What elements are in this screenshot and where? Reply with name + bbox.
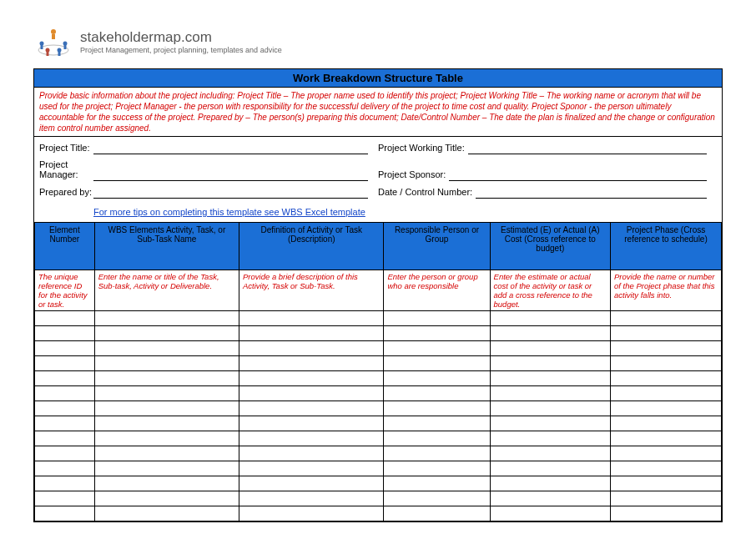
table-cell[interactable] (490, 446, 610, 461)
table-cell[interactable] (35, 341, 95, 356)
table-cell[interactable] (35, 491, 95, 506)
table-row (35, 476, 722, 491)
table-cell[interactable] (611, 401, 722, 416)
table-cell[interactable] (384, 326, 490, 341)
working-title-input[interactable] (468, 142, 707, 154)
table-cell[interactable] (611, 416, 722, 431)
table-cell[interactable] (611, 341, 722, 356)
table-cell[interactable] (35, 311, 95, 326)
tips-link[interactable]: For more tips on completing this templat… (93, 207, 365, 217)
table-cell[interactable] (384, 356, 490, 371)
table-cell[interactable] (611, 356, 722, 371)
table-cell[interactable] (384, 386, 490, 401)
table-cell[interactable] (490, 416, 610, 431)
table-cell[interactable] (94, 356, 239, 371)
prepared-by-input[interactable] (93, 186, 368, 199)
table-cell[interactable] (239, 491, 384, 506)
table-cell[interactable] (611, 326, 722, 341)
table-cell[interactable] (384, 341, 490, 356)
table-cell[interactable] (384, 431, 490, 446)
table-cell[interactable] (239, 416, 384, 431)
table-cell[interactable] (239, 476, 384, 491)
helper-definition: Provide a brief description of this Acti… (239, 270, 384, 311)
table-cell[interactable] (239, 371, 384, 386)
instructions-text: Provide basic information about the proj… (34, 88, 722, 137)
table-cell[interactable] (94, 386, 239, 401)
table-cell[interactable] (490, 386, 610, 401)
table-cell[interactable] (490, 371, 610, 386)
table-cell[interactable] (490, 326, 610, 341)
table-cell[interactable] (239, 311, 384, 326)
project-title-input[interactable] (93, 142, 368, 154)
table-cell[interactable] (490, 476, 610, 491)
table-cell[interactable] (239, 326, 384, 341)
table-cell[interactable] (611, 461, 722, 476)
table-cell[interactable] (384, 416, 490, 431)
table-cell[interactable] (239, 401, 384, 416)
table-cell[interactable] (94, 431, 239, 446)
table-cell[interactable] (490, 341, 610, 356)
table-cell[interactable] (35, 326, 95, 341)
table-cell[interactable] (35, 476, 95, 491)
table-cell[interactable] (35, 446, 95, 461)
table-cell[interactable] (35, 431, 95, 446)
table-cell[interactable] (94, 476, 239, 491)
table-cell[interactable] (611, 491, 722, 506)
table-cell[interactable] (35, 371, 95, 386)
table-cell[interactable] (384, 371, 490, 386)
table-cell[interactable] (239, 356, 384, 371)
table-cell[interactable] (94, 461, 239, 476)
helper-row: The unique reference ID for the activity… (35, 270, 722, 311)
table-cell[interactable] (239, 341, 384, 356)
table-cell[interactable] (611, 311, 722, 326)
table-cell[interactable] (490, 506, 610, 521)
table-cell[interactable] (35, 386, 95, 401)
table-cell[interactable] (94, 401, 239, 416)
sponsor-input[interactable] (449, 169, 707, 181)
table-cell[interactable] (611, 371, 722, 386)
table-cell[interactable] (490, 431, 610, 446)
table-cell[interactable] (94, 416, 239, 431)
table-cell[interactable] (239, 461, 384, 476)
table-cell[interactable] (611, 386, 722, 401)
table-cell[interactable] (94, 341, 239, 356)
wbs-table: Element Number WBS Elements Activity, Ta… (34, 222, 722, 521)
table-cell[interactable] (611, 446, 722, 461)
table-cell[interactable] (35, 506, 95, 521)
table-cell[interactable] (239, 506, 384, 521)
table-cell[interactable] (490, 356, 610, 371)
table-cell[interactable] (490, 311, 610, 326)
table-cell[interactable] (239, 431, 384, 446)
table-cell[interactable] (94, 506, 239, 521)
brand-title: stakeholdermap.com (80, 29, 282, 46)
table-cell[interactable] (384, 476, 490, 491)
date-control-input[interactable] (476, 186, 707, 199)
table-cell[interactable] (239, 446, 384, 461)
table-cell[interactable] (384, 506, 490, 521)
table-cell[interactable] (611, 506, 722, 521)
table-cell[interactable] (490, 401, 610, 416)
table-cell[interactable] (94, 326, 239, 341)
table-cell[interactable] (384, 311, 490, 326)
table-cell[interactable] (384, 401, 490, 416)
table-cell[interactable] (94, 311, 239, 326)
table-cell[interactable] (611, 431, 722, 446)
table-cell[interactable] (384, 491, 490, 506)
svg-rect-2 (52, 34, 55, 39)
table-cell[interactable] (239, 386, 384, 401)
table-cell[interactable] (384, 446, 490, 461)
table-cell[interactable] (490, 461, 610, 476)
table-cell[interactable] (384, 461, 490, 476)
table-cell[interactable] (35, 416, 95, 431)
date-control-label: Date / Control Number: (378, 187, 472, 199)
table-cell[interactable] (35, 461, 95, 476)
table-cell[interactable] (94, 446, 239, 461)
table-cell[interactable] (94, 491, 239, 506)
table-cell[interactable] (490, 491, 610, 506)
table-cell[interactable] (94, 371, 239, 386)
doc-title: Work Breakdown Structure Table (34, 69, 722, 88)
table-cell[interactable] (35, 356, 95, 371)
table-cell[interactable] (35, 401, 95, 416)
project-manager-input[interactable] (93, 169, 368, 181)
table-cell[interactable] (611, 476, 722, 491)
